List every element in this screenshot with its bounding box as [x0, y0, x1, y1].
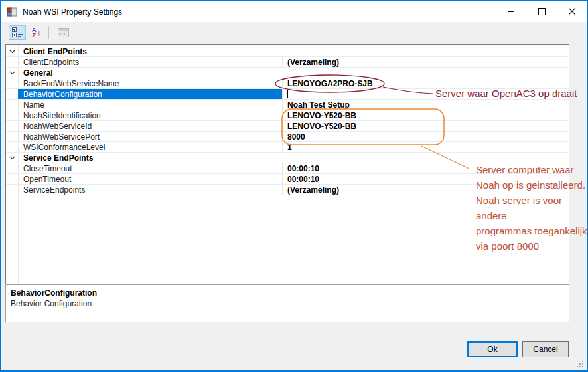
- property-row-noahwebserviceid[interactable]: NoahWebServiceId LENOVO-Y520-BB: [6, 121, 569, 132]
- property-name[interactable]: ClientEndpoints: [18, 57, 283, 67]
- row-gutter: [6, 142, 18, 152]
- orange-annotation-text: Server computer waar Noah op is geinstal…: [476, 162, 587, 254]
- categorized-icon: [12, 27, 23, 37]
- property-name[interactable]: BehaviorConfiguration: [18, 89, 283, 99]
- property-value[interactable]: Noah Test Setup: [283, 100, 569, 110]
- az-sort-icon: AZ: [32, 27, 37, 38]
- text-caret: [287, 90, 288, 98]
- property-name[interactable]: NoahSiteIdentification: [18, 110, 283, 120]
- dialog-window: Noah WSI Property Settings: [0, 0, 588, 372]
- property-row-cliente​ndpoints[interactable]: ClientEndpoints (Verzameling): [6, 57, 569, 68]
- property-pages-button: [54, 25, 72, 40]
- property-name[interactable]: NoahWebServiceId: [18, 121, 283, 131]
- property-grid-toolbar: AZ ↓: [1, 22, 587, 43]
- property-name[interactable]: NoahWebServicePort: [18, 132, 283, 141]
- property-name[interactable]: WSIConformanceLevel: [18, 142, 283, 152]
- close-icon: [569, 8, 576, 15]
- description-title: BehaviorConfiguration: [11, 288, 564, 298]
- category-label: Client EndPoints: [18, 46, 283, 56]
- property-name[interactable]: Name: [18, 100, 283, 110]
- property-value[interactable]: LENOVO-Y520-BB: [283, 121, 569, 131]
- toolbar-separator: [48, 26, 49, 39]
- property-row-noahwebserviceport[interactable]: NoahWebServicePort 8000: [6, 132, 569, 142]
- property-name[interactable]: CloseTimeout: [18, 163, 283, 173]
- down-arrow-icon: ↓: [37, 27, 42, 37]
- collapse-chevron-icon[interactable]: [6, 153, 18, 163]
- property-pages-icon: [58, 28, 69, 37]
- property-value[interactable]: 8000: [283, 132, 569, 141]
- title-bar[interactable]: Noah WSI Property Settings: [1, 1, 587, 22]
- minimize-icon: [508, 8, 515, 15]
- row-gutter: [6, 163, 18, 173]
- property-row-wsiconformancelevel[interactable]: WSIConformanceLevel 1: [6, 142, 569, 153]
- row-gutter: [6, 100, 18, 110]
- property-value[interactable]: LENOVO-Y520-BB: [283, 110, 569, 120]
- category-label: General: [18, 68, 283, 78]
- property-value[interactable]: LENOYOGA2PRO-SJB: [283, 78, 569, 88]
- row-gutter: [6, 89, 18, 99]
- minimize-button[interactable]: [496, 1, 526, 22]
- window-title: Noah WSI Property Settings: [23, 7, 122, 17]
- row-gutter: [6, 174, 18, 184]
- category-row-general[interactable]: General: [6, 68, 569, 78]
- categorized-view-button[interactable]: [9, 25, 26, 40]
- ok-button[interactable]: Ok: [467, 341, 518, 357]
- property-row-noahsiteidentification[interactable]: NoahSiteIdentification LENOVO-Y520-BB: [6, 110, 569, 121]
- red-annotation-text: Server waar OpenAC3 op draait: [435, 88, 577, 99]
- category-row-client-endpoints[interactable]: Client EndPoints: [6, 46, 569, 57]
- row-gutter: [6, 78, 18, 88]
- property-name[interactable]: ServiceEndpoints: [18, 185, 283, 195]
- maximize-button[interactable]: [526, 1, 557, 22]
- resize-grip[interactable]: [575, 359, 583, 367]
- property-row-name[interactable]: Name Noah Test Setup: [6, 100, 569, 110]
- collapse-chevron-icon[interactable]: [6, 46, 18, 56]
- category-label: Service EndPoints: [18, 153, 283, 163]
- collapse-chevron-icon[interactable]: [6, 68, 18, 78]
- cancel-button[interactable]: Cancel: [522, 341, 569, 357]
- row-gutter: [6, 110, 18, 120]
- app-icon: [7, 7, 17, 17]
- row-gutter: [6, 121, 18, 131]
- row-gutter: [6, 132, 18, 141]
- property-name[interactable]: OpenTimeout: [18, 174, 283, 184]
- row-gutter: [6, 57, 18, 67]
- row-gutter: [6, 185, 18, 195]
- property-value[interactable]: (Verzameling): [283, 57, 569, 67]
- property-name[interactable]: BackEndWebServiceName: [18, 78, 283, 88]
- alphabetical-sort-button[interactable]: AZ ↓: [28, 25, 45, 40]
- property-value[interactable]: 1: [283, 142, 569, 152]
- maximize-icon: [538, 8, 546, 15]
- close-button[interactable]: [557, 1, 587, 22]
- description-text: Behavior Configuration: [11, 299, 564, 308]
- description-panel: BehaviorConfiguration Behavior Configura…: [5, 284, 569, 322]
